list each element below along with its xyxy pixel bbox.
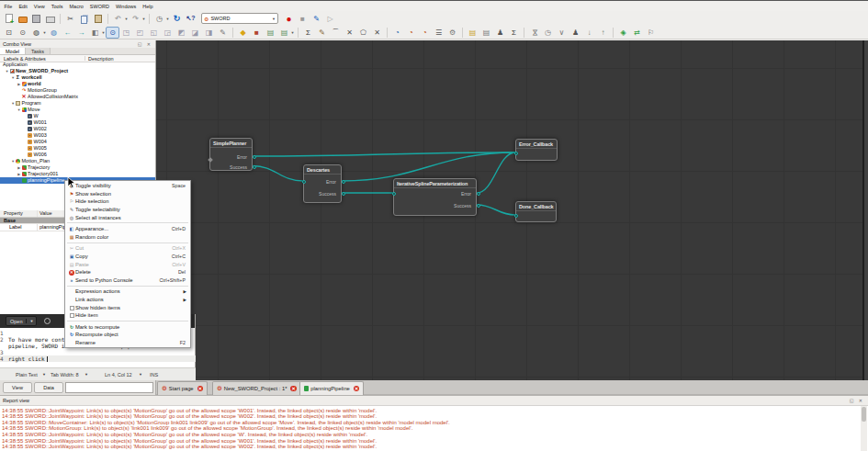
menu-item-send-to-python-console[interactable]: »Send to Python ConsoleCtrl+Shift+P	[65, 276, 190, 285]
tree-item-W002[interactable]: W002	[0, 126, 155, 132]
menu-item-select-all-instances[interactable]: ◎Select all instances	[65, 213, 190, 221]
menu-windows[interactable]: Windows	[112, 2, 139, 11]
menu-item-copy[interactable]: ▣CopyCtrl+C	[65, 253, 190, 261]
doc-2-icon[interactable]: ▤▼	[277, 27, 291, 39]
menu-item-mark-to-recompute[interactable]: ↻Mark to recompute	[65, 323, 190, 332]
node-input-diamond[interactable]	[208, 157, 213, 163]
green-link-icon[interactable]: ⇄	[630, 27, 644, 39]
wire-IterativeSplineParameterization.Error-to-Error_Callback.in[interactable]	[477, 152, 515, 193]
node-title[interactable]: IterativeSplineParameterization	[394, 179, 476, 188]
node-Done_Callback[interactable]: Done_Callback	[515, 201, 557, 222]
paste-icon[interactable]	[91, 13, 105, 25]
menu-item-appearance[interactable]: ◧Appearance...Ctrl+D	[65, 225, 190, 233]
input-port[interactable]	[302, 180, 306, 184]
menu-view[interactable]: View	[30, 2, 48, 11]
back-icon[interactable]: ←	[61, 27, 74, 39]
arrow-down-icon[interactable]: ↓	[582, 27, 596, 39]
editor-line[interactable]: 3	[0, 349, 196, 355]
mdi-tab-Start-page[interactable]: ⚙Start page✕	[157, 381, 208, 395]
close-tab-icon[interactable]: ✕	[290, 386, 297, 392]
tree-item-Trajectory001[interactable]: ▶Trajectory001	[0, 171, 155, 177]
node-Descartes[interactable]: DescartesErrorSuccess	[303, 164, 342, 203]
part-yellow-icon[interactable]: ◆	[236, 27, 250, 39]
menu-macro[interactable]: Macro	[66, 2, 86, 11]
copy-icon[interactable]	[77, 13, 91, 25]
tree-expander[interactable]: ▶	[17, 82, 22, 86]
wire-SimplePlanner.Success-to-Descartes.in[interactable]	[253, 166, 303, 182]
view-front-icon[interactable]: ◰	[133, 27, 147, 39]
menu-item-recompute-object[interactable]: ↻Recompute object	[65, 331, 190, 339]
editor-mode[interactable]: Plain Text	[16, 372, 38, 378]
view-right-icon[interactable]: ◲	[161, 27, 175, 39]
print-icon[interactable]	[43, 13, 57, 25]
validate-icon[interactable]: ◷▼	[152, 13, 166, 25]
zoom-selection-icon[interactable]: ⊙	[106, 27, 119, 39]
output-port-success[interactable]	[253, 165, 256, 169]
node-title[interactable]: Descartes	[304, 165, 341, 175]
data-button[interactable]: Data	[34, 382, 63, 393]
open-button[interactable]: Open ▼	[6, 316, 37, 326]
combo-view-tab-tasks[interactable]: Tasks	[26, 48, 51, 54]
measure-icon[interactable]: ✎	[216, 27, 230, 39]
output-port-success[interactable]	[342, 192, 345, 196]
report-scrollbar[interactable]	[861, 406, 867, 451]
whats-this-icon[interactable]: ↖?	[184, 13, 197, 25]
filter-input[interactable]	[65, 382, 153, 393]
menu-item-link-actions[interactable]: Link actions▶	[65, 296, 190, 304]
compass-blue-icon[interactable]: ◔	[390, 27, 404, 39]
part-red-icon[interactable]: ■	[250, 27, 264, 39]
macro-play-icon[interactable]: ▷	[323, 13, 337, 25]
output-port-error[interactable]	[477, 192, 480, 196]
panel-window-icons[interactable]: ◱ ✕	[138, 40, 152, 48]
node-SimplePlanner[interactable]: SimplePlannerErrorSuccess	[209, 138, 253, 171]
tree-item-Move[interactable]: ▼Move	[0, 107, 155, 113]
menu-item-show-selection[interactable]: ⚑Show selection	[65, 190, 190, 198]
combo-view-tab-model[interactable]: Model	[0, 48, 26, 54]
hand-icon[interactable]: ⚐	[644, 27, 658, 39]
menu-item-show-hidden-items[interactable]: Show hidden items	[65, 303, 190, 311]
hourglass-icon[interactable]: ⋈	[527, 27, 541, 39]
sketch-icon[interactable]: ✎	[315, 27, 329, 39]
menu-item-delete[interactable]: ✕DeleteDel	[65, 268, 190, 276]
tree-item-MotionGroup[interactable]: ↷MotionGroup	[0, 87, 155, 94]
cut-icon[interactable]: ✂	[63, 13, 77, 25]
tree-item-Trajectory[interactable]: ▶Trajectory	[0, 164, 155, 171]
forward-icon[interactable]: →	[74, 27, 88, 39]
tree-item-W003[interactable]: W003	[0, 132, 155, 139]
pipeline-node-editor[interactable]: SimplePlannerErrorSuccessDescartesErrorS…	[156, 40, 868, 380]
canvas-scrollbar[interactable]	[862, 40, 868, 380]
menu-help[interactable]: Help	[140, 2, 156, 11]
draw-style-icon[interactable]: ◍▼	[29, 27, 43, 39]
editor-line[interactable]: 4right click	[0, 355, 196, 362]
curve-icon[interactable]: ⌒	[329, 27, 343, 39]
menu-edit[interactable]: Edit	[16, 2, 30, 11]
page-yellow-icon[interactable]: ▤	[466, 27, 479, 39]
save-icon[interactable]	[29, 13, 43, 25]
close-tab-icon[interactable]: ✕	[197, 386, 204, 392]
compass-orange-icon[interactable]: ◔	[404, 27, 418, 39]
open-dropdown-arrow[interactable]: ▼	[26, 319, 36, 323]
undo-icon[interactable]: ↶▼	[111, 13, 125, 25]
node-title[interactable]: Error_Callback	[516, 140, 557, 149]
input-port[interactable]	[514, 152, 518, 155]
wire-IterativeSplineParameterization.Success-to-Done_Callback.in[interactable]	[477, 205, 515, 215]
polygon-icon[interactable]: ⬠	[356, 27, 370, 39]
close-x2-icon[interactable]: ✕	[370, 27, 384, 39]
page-plain-icon[interactable]: ▤	[479, 27, 493, 39]
macro-edit-icon[interactable]: ✎	[310, 13, 323, 25]
tree-item-world[interactable]: ▶world	[0, 81, 155, 87]
green-nodes-icon[interactable]: ◈	[616, 27, 630, 39]
cursor-position[interactable]: Ln 4, Col 12	[105, 372, 132, 378]
view-left-icon[interactable]: ◨	[202, 27, 216, 39]
compass-orange2-icon[interactable]: ◔	[418, 27, 432, 39]
mdi-tab-planningPipeline[interactable]: planningPipeline✕	[299, 381, 365, 395]
input-port[interactable]	[514, 214, 518, 218]
menu-item-hide-selection[interactable]: ⚐Hide selection	[65, 197, 190, 206]
clock-icon[interactable]: ◷	[541, 27, 555, 39]
view-box-icon[interactable]: ◧▼	[88, 27, 102, 39]
input-port[interactable]	[392, 192, 396, 196]
close-tab-icon[interactable]: ✕	[354, 386, 360, 392]
tree-item-workcell[interactable]: ▼Σworkcell	[0, 74, 155, 81]
open-folder-icon[interactable]	[16, 13, 29, 25]
node-Error_Callback[interactable]: Error_Callback	[515, 139, 558, 161]
